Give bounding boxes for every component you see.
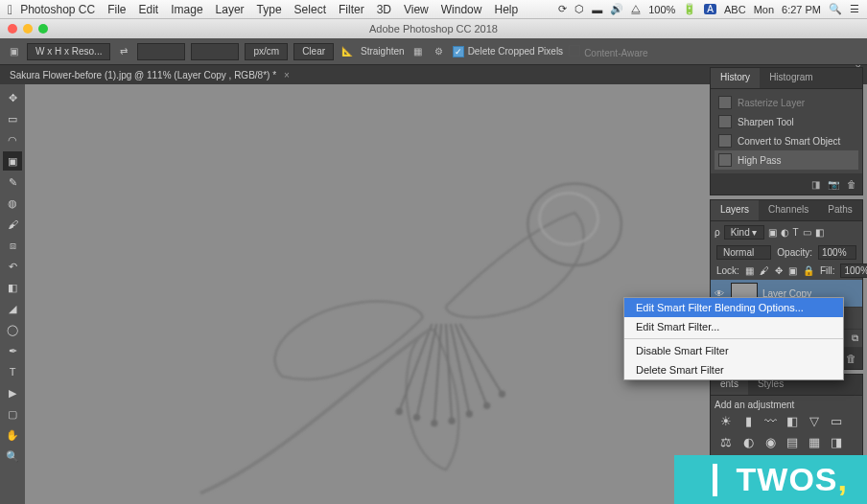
crop-tool-icon[interactable]: ▣ <box>6 44 21 59</box>
accessibility-icon[interactable]: A <box>704 4 716 14</box>
menu-file[interactable]: File <box>107 3 126 16</box>
path-selection-tool[interactable]: ▶ <box>3 383 22 402</box>
filter-smart-icon[interactable]: ◧ <box>815 227 824 238</box>
tab-paths[interactable]: Paths <box>818 200 862 220</box>
rectangle-tool[interactable]: ▢ <box>3 404 22 424</box>
vibrance-icon[interactable]: ▽ <box>807 414 822 428</box>
crop-width-input[interactable] <box>137 43 185 60</box>
lock-paint-icon[interactable]: 🖌 <box>760 265 769 276</box>
eyedropper-tool[interactable]: ✎ <box>3 172 22 192</box>
exposure-icon[interactable]: ◧ <box>785 414 800 428</box>
sync-icon[interactable]: ⟳ <box>558 3 567 15</box>
photo-filter-icon[interactable]: ◉ <box>762 435 778 449</box>
history-brush-tool[interactable]: ↶ <box>3 257 22 276</box>
type-tool[interactable]: T <box>3 362 22 381</box>
menu-view[interactable]: View <box>404 3 429 16</box>
menu-edit-smart-filter[interactable]: Edit Smart Filter... <box>624 317 843 336</box>
curves-icon[interactable]: 〰 <box>762 414 778 428</box>
camera-icon[interactable]: 📷 <box>828 179 839 190</box>
clear-button[interactable]: Clear <box>293 43 334 60</box>
straighten-label[interactable]: Straighten <box>361 46 405 57</box>
dropbox-icon[interactable]: ⬡ <box>574 3 584 15</box>
menu-layer[interactable]: Layer <box>216 3 245 16</box>
trash-icon[interactable]: 🗑 <box>846 353 856 364</box>
lock-position-icon[interactable]: ✥ <box>775 265 783 276</box>
tab-history[interactable]: History <box>711 68 760 88</box>
tab-channels[interactable]: Channels <box>759 200 818 220</box>
filter-image-icon[interactable]: ▣ <box>768 227 777 238</box>
fill-input[interactable] <box>840 263 867 278</box>
swap-dimensions-icon[interactable]: ⇄ <box>116 44 131 59</box>
straighten-icon[interactable]: 📐 <box>340 44 355 59</box>
levels-icon[interactable]: ▮ <box>740 414 756 428</box>
lock-artboard-icon[interactable]: ▣ <box>788 265 797 276</box>
window-maximize-button[interactable] <box>38 24 48 34</box>
history-row[interactable]: Convert to Smart Object <box>715 131 858 150</box>
battery-icon[interactable]: 🔋 <box>683 3 696 15</box>
menu-extra-icon[interactable]: ▬ <box>592 4 602 15</box>
menu-filter[interactable]: Filter <box>339 3 364 16</box>
new-snapshot-icon[interactable]: ◨ <box>811 179 820 190</box>
zoom-tool[interactable]: 🔍 <box>3 447 22 466</box>
menu-edit-blending-options[interactable]: Edit Smart Filter Blending Options... <box>624 298 843 317</box>
layer-filter-kind-select[interactable]: Kind ▾ <box>724 225 764 240</box>
marquee-tool[interactable]: ▭ <box>3 109 22 128</box>
menu-help[interactable]: Help <box>494 3 518 16</box>
history-row[interactable]: Sharpen Tool <box>715 112 858 131</box>
input-source[interactable]: ABC <box>724 4 746 15</box>
lock-all-icon[interactable]: 🔒 <box>803 265 814 276</box>
lasso-tool[interactable]: ◠ <box>3 130 22 149</box>
color-lookup-icon[interactable]: ▦ <box>807 435 822 449</box>
opacity-input[interactable] <box>818 245 856 260</box>
spotlight-icon[interactable]: 🔍 <box>829 3 842 15</box>
filter-blending-options-icon[interactable]: ⧉ <box>852 332 858 344</box>
window-close-button[interactable] <box>8 24 17 34</box>
menu-type[interactable]: Type <box>257 3 282 16</box>
crop-height-input[interactable] <box>191 43 239 60</box>
history-row[interactable]: Rasterize Layer <box>715 93 858 112</box>
tab-layers[interactable]: Layers <box>711 200 759 220</box>
tab-histogram[interactable]: Histogram <box>760 68 823 88</box>
overlay-grid-icon[interactable]: ▦ <box>410 44 426 59</box>
eraser-tool[interactable]: ◧ <box>3 278 22 297</box>
healing-brush-tool[interactable]: ◍ <box>3 194 22 213</box>
crop-tool[interactable]: ▣ <box>3 151 22 171</box>
filter-adjustment-icon[interactable]: ◐ <box>781 227 789 238</box>
apple-menu-icon[interactable]:  <box>8 2 12 17</box>
black-white-icon[interactable]: ◐ <box>740 435 756 449</box>
trash-icon[interactable]: 🗑 <box>847 179 856 190</box>
brush-tool[interactable]: 🖌 <box>3 215 22 234</box>
delete-cropped-checkbox[interactable]: ✓Delete Cropped Pixels <box>453 46 564 57</box>
lock-transparency-icon[interactable]: ▦ <box>745 265 754 276</box>
app-name[interactable]: Photoshop CC <box>20 3 95 16</box>
filter-type-icon[interactable]: T <box>793 227 799 238</box>
options-gear-icon[interactable]: ⚙ <box>432 44 447 59</box>
hand-tool[interactable]: ✋ <box>3 425 22 445</box>
menu-window[interactable]: Window <box>441 3 482 16</box>
filter-shape-icon[interactable]: ▭ <box>803 227 811 238</box>
clone-stamp-tool[interactable]: ⧇ <box>3 236 22 255</box>
wifi-icon[interactable]: ⧋ <box>631 3 641 15</box>
menu-disable-smart-filter[interactable]: Disable Smart Filter <box>624 341 843 360</box>
crop-unit-select[interactable]: px/cm <box>245 43 288 60</box>
menu-3d[interactable]: 3D <box>377 3 391 16</box>
pen-tool[interactable]: ✒ <box>3 341 22 360</box>
color-balance-icon[interactable]: ⚖ <box>718 435 734 449</box>
invert-icon[interactable]: ◨ <box>829 435 844 449</box>
move-tool[interactable]: ✥ <box>3 88 22 107</box>
menu-select[interactable]: Select <box>294 3 326 16</box>
volume-icon[interactable]: 🔊 <box>610 3 623 15</box>
brightness-contrast-icon[interactable]: ☀ <box>718 414 734 428</box>
menu-delete-smart-filter[interactable]: Delete Smart Filter <box>624 360 843 379</box>
crop-preset-select[interactable]: W x H x Reso... <box>27 43 110 60</box>
menu-image[interactable]: Image <box>171 3 202 16</box>
history-row[interactable]: High Pass <box>715 150 858 170</box>
notification-center-icon[interactable]: ☰ <box>850 3 859 15</box>
blend-mode-select[interactable]: Normal <box>716 245 771 260</box>
gradient-tool[interactable]: ◢ <box>3 299 22 318</box>
channel-mixer-icon[interactable]: ▤ <box>785 435 800 449</box>
dodge-tool[interactable]: ◯ <box>3 320 22 339</box>
close-tab-icon[interactable]: × <box>284 70 290 80</box>
hue-sat-icon[interactable]: ▭ <box>829 414 844 428</box>
menu-edit[interactable]: Edit <box>139 3 159 16</box>
